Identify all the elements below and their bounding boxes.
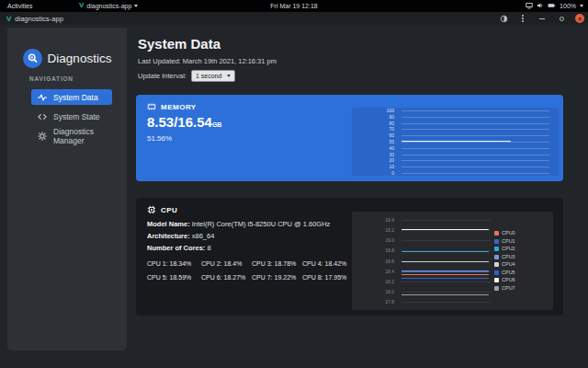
cpu-card-title: CPU: [161, 206, 177, 214]
sidebar-item-label: Diagnostics Manager: [53, 127, 112, 145]
diagnostics-logo-icon: [23, 49, 42, 68]
chart-series-CPU4: [401, 261, 489, 262]
chart-series-CPU3: [401, 270, 489, 271]
desktop: Activities V diagnostics-app Fri Mar 19 …: [0, 0, 588, 368]
theme-toggle-button[interactable]: [498, 13, 509, 24]
legend-item-CPU6: CPU6: [494, 278, 515, 283]
memory-icon: [147, 102, 156, 111]
window-title-group: V diagnostics-app: [6, 15, 63, 23]
minimize-icon: [539, 18, 545, 19]
app-logo-row: Diagnostics: [7, 49, 127, 68]
page-title: System Data: [138, 36, 220, 52]
chevron-down-icon: [580, 5, 583, 7]
nav-section-label: NAVIGATION: [29, 75, 74, 82]
close-icon: ×: [578, 16, 582, 22]
screencast-icon: [526, 2, 533, 9]
cpu-chart-legend: CPU0CPU1CPU2CPU3CPU4CPU5CPU6CPU7: [494, 231, 515, 291]
update-interval-row: Update Interval: 1 second: [138, 70, 235, 82]
cpu-usage-grid: CPU 1: 18.34% CPU 2: 18.4% CPU 3: 18.78%…: [147, 260, 353, 288]
cpu-chart: 19.419.219.018.818.618.418.218.017.8 CPU…: [352, 212, 553, 310]
sidebar-item-system-data[interactable]: System Data: [31, 89, 112, 105]
cpu-model-line: Model Name: Intel(R) Core(TM) i5-8250U C…: [147, 220, 330, 228]
maximize-icon: [560, 17, 564, 21]
chart-series-CPU2: [401, 251, 489, 252]
update-interval-value: 1 second: [196, 73, 221, 79]
kebab-menu-icon: [522, 15, 524, 22]
update-interval-select[interactable]: 1 second: [191, 70, 235, 82]
last-updated-text: Last Updated: March 19th 2021, 12:16:31 …: [138, 57, 277, 65]
system-top-bar: Activities V diagnostics-app Fri Mar 19 …: [0, 0, 588, 12]
cpu-architecture-value: x86_64: [192, 232, 215, 240]
battery-percent: 100%: [560, 3, 576, 9]
cpu-usage-cell: CPU 5: 18.59%: [147, 274, 201, 288]
chevron-down-icon: [227, 75, 231, 77]
cpu-chart-y-axis: 19.419.219.018.818.618.418.218.017.8: [352, 220, 398, 302]
sidebar: Diagnostics NAVIGATION System Data Syste…: [7, 28, 127, 351]
legend-item-CPU7: CPU7: [494, 286, 515, 292]
cpu-architecture-label: Architecture:: [147, 232, 190, 240]
cpu-icon: [147, 205, 156, 214]
chart-series-CPU1: [401, 271, 489, 272]
cpu-cores-line: Number of Cores: 8: [147, 244, 211, 252]
window-controls: ×: [498, 13, 584, 24]
cpu-cores-label: Number of Cores:: [147, 244, 205, 252]
memory-usage-number: 8.53/16.54: [147, 114, 212, 130]
cpu-usage-cell: CPU 3: 18.78%: [252, 260, 302, 274]
volume-icon: [537, 2, 544, 9]
system-status-area[interactable]: 100%: [526, 2, 583, 9]
close-button[interactable]: ×: [575, 14, 584, 23]
legend-item-CPU1: CPU1: [494, 239, 515, 245]
cpu-usage-cell: CPU 6: 18.27%: [201, 274, 252, 288]
code-icon: [38, 112, 47, 121]
update-interval-label: Update Interval:: [138, 72, 187, 80]
menu-button[interactable]: [517, 13, 528, 24]
memory-chart: 1009080706050403020100: [352, 108, 559, 176]
memory-card-header: MEMORY: [147, 102, 197, 111]
cpu-usage-cell: CPU 7: 19.22%: [252, 274, 302, 288]
cpu-usage-cell: CPU 4: 18.42%: [302, 260, 353, 274]
app-content: Diagnostics NAVIGATION System Data Syste…: [0, 25, 588, 368]
sidebar-item-diagnostics-manager[interactable]: Diagnostics Manager: [31, 128, 112, 144]
maximize-button[interactable]: [556, 13, 567, 24]
sidebar-item-system-state[interactable]: System State: [31, 109, 112, 124]
window-title: diagnostics-app: [15, 15, 63, 23]
chart-series-CPU7: [401, 294, 489, 295]
pulse-icon: [38, 93, 47, 102]
sidebar-item-label: System State: [53, 112, 100, 121]
legend-item-CPU3: CPU3: [494, 255, 515, 260]
legend-item-CPU5: CPU5: [494, 270, 515, 276]
sidebar-nav: System Data System State Diagnostics Man…: [31, 89, 112, 144]
memory-card-title: MEMORY: [161, 103, 197, 111]
memory-chart-plot: [401, 110, 549, 173]
cpu-usage-cell: CPU 2: 18.4%: [201, 260, 252, 274]
chart-series-memory-used-percent: [401, 141, 511, 142]
cpu-model-value: Intel(R) Core(TM) i5-8250U CPU @ 1.60GHz: [192, 220, 331, 228]
legend-item-CPU2: CPU2: [494, 247, 515, 252]
cpu-usage-cell: CPU 8: 17.95%: [302, 274, 353, 288]
cpu-card-header: CPU: [147, 205, 177, 214]
sidebar-item-label: System Data: [53, 93, 98, 102]
cpu-model-label: Model Name:: [147, 220, 190, 228]
memory-usage-value: 8.53/16.54GB: [147, 114, 221, 130]
cpu-usage-cell: CPU 1: 18.34%: [147, 260, 201, 274]
app-title: Diagnostics: [48, 52, 112, 65]
window-app-icon: V: [6, 16, 11, 23]
legend-item-CPU4: CPU4: [494, 262, 515, 268]
window-titlebar[interactable]: V diagnostics-app ×: [0, 12, 588, 25]
clock[interactable]: Fri Mar 19 12:18: [0, 3, 588, 9]
cpu-card: CPU Model Name: Intel(R) Core(TM) i5-825…: [136, 198, 563, 316]
minimize-button[interactable]: [537, 13, 548, 24]
cpu-chart-plot: [401, 220, 491, 302]
legend-item-CPU0: CPU0: [494, 231, 515, 236]
gear-icon: [38, 132, 47, 141]
memory-card: MEMORY 8.53/16.54GB 51.56% 1009080706050…: [136, 95, 563, 181]
memory-usage-unit: GB: [212, 121, 222, 128]
chart-series-CPU5: [401, 278, 489, 279]
battery-icon: [548, 2, 556, 9]
memory-usage-percent: 51.56%: [147, 134, 172, 143]
chart-series-CPU6: [401, 229, 489, 230]
memory-chart-y-axis: 1009080706050403020100: [352, 110, 398, 173]
chart-series-CPU0: [401, 274, 489, 275]
cpu-cores-value: 8: [207, 244, 210, 252]
cpu-architecture-line: Architecture: x86_64: [147, 232, 214, 240]
